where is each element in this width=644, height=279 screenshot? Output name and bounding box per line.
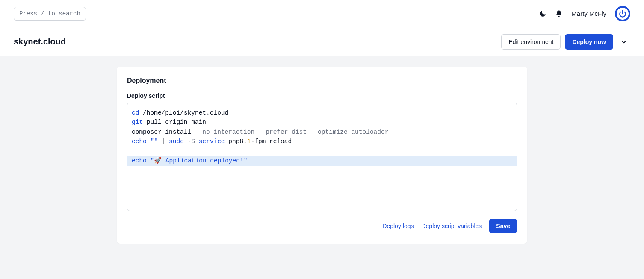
field-label: Deploy script <box>127 92 517 99</box>
deploy-script-editor[interactable]: cd /home/ploi/skynet.cloudgit pull origi… <box>127 103 517 211</box>
card-title: Deployment <box>127 77 517 85</box>
subheader-actions: Edit environment Deploy now <box>501 34 630 50</box>
search-input[interactable]: Press / to search <box>14 7 86 21</box>
deploy-options-dropdown[interactable] <box>617 35 630 49</box>
user-name: Marty McFly <box>571 10 606 17</box>
topbar-right: Marty McFly <box>539 6 630 21</box>
deploy-script-variables-link[interactable]: Deploy script variables <box>421 223 482 229</box>
deploy-now-button[interactable]: Deploy now <box>565 34 613 50</box>
power-icon <box>619 10 626 18</box>
dark-mode-toggle[interactable] <box>539 10 547 18</box>
top-bar: Press / to search Marty McFly <box>0 0 644 27</box>
edit-environment-button[interactable]: Edit environment <box>501 34 561 50</box>
card-footer: Deploy logs Deploy script variables Save <box>127 219 517 233</box>
main-content: Deployment Deploy script cd /home/ploi/s… <box>0 56 644 254</box>
chevron-down-icon <box>620 38 628 46</box>
save-button[interactable]: Save <box>489 219 517 233</box>
bell-icon <box>555 10 563 18</box>
sub-header: skynet.cloud Edit environment Deploy now <box>0 27 644 56</box>
deploy-logs-link[interactable]: Deploy logs <box>382 223 414 229</box>
notifications-button[interactable] <box>555 10 563 18</box>
page-title: skynet.cloud <box>14 37 66 47</box>
deployment-card: Deployment Deploy script cd /home/ploi/s… <box>117 67 527 244</box>
moon-icon <box>539 10 547 18</box>
user-avatar[interactable] <box>615 6 630 21</box>
